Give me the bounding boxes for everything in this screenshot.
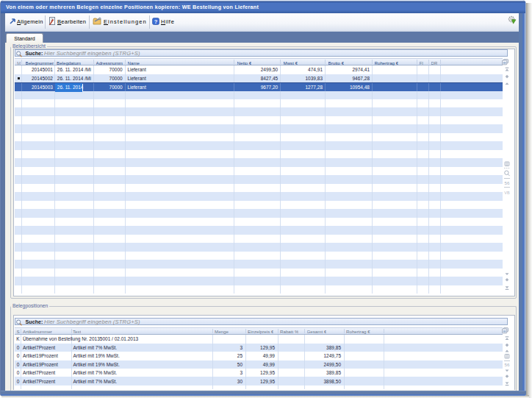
svg-text:56: 56 bbox=[505, 180, 510, 185]
svg-text:56: 56 bbox=[505, 362, 510, 367]
svg-text:?: ? bbox=[154, 18, 158, 24]
svg-text:VB: VB bbox=[504, 191, 510, 195]
